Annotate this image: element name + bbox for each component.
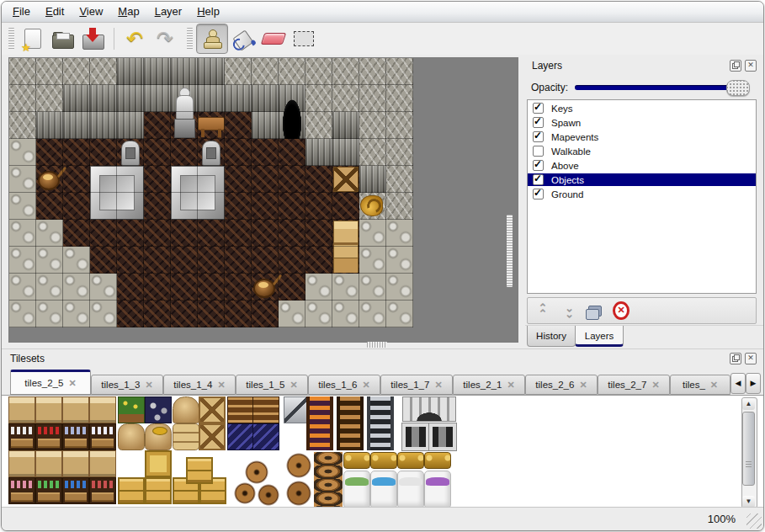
- layer-row-objects[interactable]: Objects: [528, 173, 756, 186]
- layer-visibility-checkbox[interactable]: [533, 189, 544, 200]
- map-view[interactable]: [8, 57, 518, 343]
- close-tab-icon[interactable]: ✕: [290, 380, 297, 391]
- tileset-tile-stone-door[interactable]: [429, 423, 456, 450]
- layer-visibility-checkbox[interactable]: [533, 117, 544, 128]
- tileset-tile-shelf-dishes[interactable]: [8, 423, 35, 450]
- menu-edit[interactable]: Edit: [38, 2, 72, 22]
- tileset-tile-shelf-top[interactable]: [62, 396, 89, 423]
- tileset-tile-crate-yellow[interactable]: [118, 477, 145, 504]
- close-panel-icon[interactable]: ✕: [745, 60, 757, 72]
- opacity-slider[interactable]: [575, 85, 748, 90]
- tileset-tile-crate-x[interactable]: [199, 396, 226, 423]
- tileset-tile-bed-green[interactable]: [343, 471, 370, 508]
- opacity-slider-handle[interactable]: [726, 80, 750, 96]
- close-panel-icon[interactable]: ✕: [745, 353, 757, 364]
- float-panel-icon[interactable]: [730, 353, 741, 364]
- tileset-tab-tiles_2_1[interactable]: tiles_2_1✕: [453, 375, 525, 395]
- tileset-tile-bed-blue[interactable]: [370, 471, 397, 508]
- layer-list[interactable]: KeysSpawnMapeventsWalkableAboveObjectsGr…: [527, 99, 757, 294]
- delete-layer-button[interactable]: ✕: [613, 302, 630, 319]
- close-tab-icon[interactable]: ✕: [710, 380, 718, 391]
- tileset-tile-stone-door[interactable]: [402, 423, 429, 450]
- duplicate-layer-button[interactable]: [587, 302, 603, 319]
- tileset-tile-pot-stack[interactable]: [314, 452, 343, 508]
- layer-visibility-checkbox[interactable]: [533, 103, 544, 114]
- layer-row-ground[interactable]: Ground: [528, 188, 756, 200]
- layer-visibility-checkbox[interactable]: [533, 174, 544, 185]
- tileset-tab-tiles_1_3[interactable]: tiles_1_3✕: [91, 375, 163, 395]
- menu-help[interactable]: Help: [189, 2, 227, 22]
- tileset-tile-shelf-red[interactable]: [35, 423, 62, 450]
- tileset-tile-sack-top[interactable]: [173, 396, 199, 423]
- tileset-tile-sack-pile[interactable]: [173, 423, 199, 450]
- close-tab-icon[interactable]: ✕: [68, 378, 76, 389]
- tileset-tile-stone-arch[interactable]: [402, 396, 456, 422]
- close-tab-icon[interactable]: ✕: [651, 380, 659, 391]
- scroll-down-arrow[interactable]: ▼: [742, 496, 755, 508]
- close-tab-icon[interactable]: ✕: [362, 380, 369, 391]
- tileset-tile-shelf-top[interactable]: [62, 450, 89, 477]
- menu-view[interactable]: View: [72, 2, 110, 22]
- tileset-tile-bed-post[interactable]: [370, 452, 397, 469]
- menu-layer[interactable]: Layer: [147, 2, 190, 22]
- tileset-tile-crates-blue[interactable]: [252, 423, 279, 450]
- move-layer-up-button[interactable]: ⌃⌃: [534, 302, 551, 319]
- resize-grip[interactable]: [746, 513, 762, 529]
- tileset-tile-shelf-top[interactable]: [8, 396, 35, 423]
- layer-visibility-checkbox[interactable]: [533, 131, 544, 142]
- layer-row-keys[interactable]: Keys: [528, 102, 756, 114]
- scroll-tabs-left-button[interactable]: ◀: [730, 373, 746, 394]
- tileset-tile-ladder-brown[interactable]: [337, 396, 364, 450]
- tileset-view[interactable]: ▲ ▼: [2, 396, 763, 509]
- tileset-tile-bed-post[interactable]: [424, 452, 451, 469]
- save-map-button[interactable]: [78, 24, 109, 53]
- tileset-scrollbar[interactable]: ▲ ▼: [741, 397, 757, 508]
- toolbar-drag-handle[interactable]: [8, 28, 14, 50]
- tileset-tab-tiles_2_6[interactable]: tiles_2_6✕: [525, 375, 598, 395]
- tileset-tile-bed-post[interactable]: [343, 452, 370, 469]
- move-layer-down-button[interactable]: ⌃⌃: [560, 302, 577, 319]
- tileset-tile-plant-box[interactable]: [118, 396, 145, 423]
- tileset-tab-tiles_1_7[interactable]: tiles_1_7✕: [380, 375, 453, 395]
- stamp-tool-button[interactable]: [196, 24, 228, 54]
- horizontal-splitter-handle[interactable]: [367, 342, 387, 348]
- tileset-tile-shelf-mixed[interactable]: [89, 477, 116, 504]
- map-canvas[interactable]: [9, 58, 413, 327]
- tileset-tab-tiles_2_7[interactable]: tiles_2_7✕: [598, 375, 670, 395]
- layer-row-above[interactable]: Above: [528, 159, 756, 172]
- tileset-tile-shelf-groceries[interactable]: [35, 477, 62, 504]
- tab-history[interactable]: History: [527, 326, 576, 347]
- tileset-tile-ladder-gray[interactable]: [367, 396, 394, 450]
- open-map-button[interactable]: [48, 24, 78, 53]
- tileset-tile-shelf-pots[interactable]: [62, 423, 89, 450]
- tileset-tile-bed-post[interactable]: [397, 452, 424, 469]
- tileset-tile-barrel-stack[interactable]: [285, 452, 314, 508]
- tileset-tab-tiles_1_4[interactable]: tiles_1_4✕: [163, 375, 236, 395]
- tileset-tab-tiles_1_6[interactable]: tiles_1_6✕: [308, 375, 380, 395]
- toolbar-drag-handle[interactable]: [187, 28, 193, 50]
- tileset-tile-barrel-cluster[interactable]: [231, 454, 284, 508]
- close-tab-icon[interactable]: ✕: [579, 380, 587, 391]
- tileset-tile-crates-brown[interactable]: [227, 396, 254, 423]
- scroll-tabs-right-button[interactable]: ▶: [746, 373, 761, 394]
- tileset-tile-bed-purple[interactable]: [424, 471, 451, 508]
- tileset-tile-shelf-top[interactable]: [35, 396, 62, 423]
- tileset-tile-bed-white[interactable]: [397, 471, 424, 508]
- tileset-tile-crate-yellow[interactable]: [186, 457, 213, 484]
- new-map-button[interactable]: [18, 24, 48, 53]
- close-tab-icon[interactable]: ✕: [507, 380, 514, 391]
- tileset-tab-tiles[interactable]: tiles_✕: [670, 375, 730, 395]
- close-tab-icon[interactable]: ✕: [145, 380, 152, 391]
- undo-button[interactable]: ↶: [120, 24, 150, 53]
- tileset-tab-tiles_1_5[interactable]: tiles_1_5✕: [236, 375, 308, 395]
- layer-visibility-checkbox[interactable]: [533, 146, 544, 157]
- tab-layers[interactable]: Layers: [575, 326, 624, 347]
- menu-map[interactable]: Map: [110, 2, 146, 22]
- tileset-tile-ladder-orange[interactable]: [306, 396, 333, 450]
- select-tool-button[interactable]: [289, 24, 319, 53]
- tileset-tile-shelf-top[interactable]: [35, 450, 62, 477]
- menu-file[interactable]: File: [5, 2, 38, 22]
- layer-visibility-checkbox[interactable]: [533, 160, 544, 171]
- vertical-splitter-handle[interactable]: [507, 215, 513, 287]
- close-tab-icon[interactable]: ✕: [434, 380, 442, 391]
